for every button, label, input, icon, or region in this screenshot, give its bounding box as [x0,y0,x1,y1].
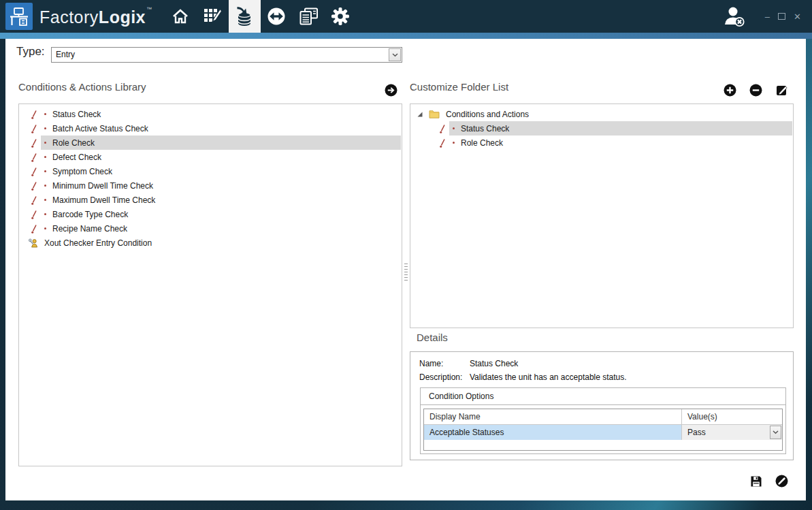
list-item[interactable]: Batch Active Status Check [19,121,402,136]
app-title: FactoryLogix™ [39,6,152,27]
xout-checker-icon [29,238,38,248]
reports-icon [299,7,318,25]
option-value-dropdown[interactable]: Pass [681,425,782,440]
option-name-cell: Acceptable Statuses [424,425,681,440]
cancel-icon [775,475,788,488]
folder-panel-title: Customize Folder List [410,81,508,93]
condition-options-title: Condition Options [421,388,785,405]
bullet-icon [44,227,46,229]
nav-production-edit[interactable] [197,0,229,33]
library-panel-title: Conditions & Actions Library [18,81,146,93]
nav-home[interactable] [165,0,197,33]
close-button[interactable]: ✕ [794,12,801,21]
type-dropdown-button[interactable] [389,48,401,61]
bullet-icon [44,142,46,144]
list-item[interactable]: Recipe Name Check [19,221,402,236]
arrow-right-icon [385,84,397,97]
condition-icon [31,124,37,133]
remove-folder-button[interactable] [749,84,762,97]
condition-icon [31,153,37,162]
library-icon [236,6,253,27]
minimize-button[interactable]: – [765,12,770,21]
chevron-down-icon [392,53,398,57]
bullet-icon [44,113,46,115]
cancel-button[interactable] [775,475,788,490]
condition-options-table: Display Name Value(s) Acceptable Statuse… [423,409,783,451]
list-item[interactable]: Xout Checker Entry Condition [19,236,402,250]
add-folder-button[interactable] [724,84,736,97]
maximize-button[interactable] [778,13,785,20]
transfer-icon [267,7,286,26]
folder-icon [429,110,440,118]
type-dropdown-value: Entry [56,48,75,62]
bullet-icon [453,142,455,144]
title-bar: FactoryLogix™ [0,0,812,33]
tree-root[interactable]: Conditions and Actions [410,107,793,121]
name-label: Name: [419,359,470,368]
user-logout-icon [723,5,746,27]
column-display-name: Display Name [424,409,681,424]
trademark: ™ [146,6,152,12]
condition-icon [31,110,37,119]
list-item[interactable]: Barcode Type Check [19,207,402,221]
condition-icon [31,138,37,148]
list-item[interactable]: Status Check [19,107,402,121]
nav-transfer[interactable] [261,0,293,33]
nav-settings[interactable] [325,0,357,33]
detail-description-row: Description: Validates the unit has an a… [419,372,627,382]
list-item-label: Xout Checker Entry Condition [44,238,152,248]
details-title: Details [417,332,448,343]
condition-icon [439,124,446,133]
production-edit-icon [204,8,222,25]
bullet-icon [44,156,46,158]
expander-icon[interactable] [417,111,423,118]
list-item[interactable]: Symptom Check [19,164,402,178]
settings-icon [331,7,350,26]
panel-splitter[interactable] [404,264,408,283]
main-nav [165,0,357,33]
save-button[interactable] [750,475,762,490]
titlebar-right: – ✕ [723,0,812,33]
nav-reports[interactable] [293,0,325,33]
save-icon [750,475,762,488]
list-item-label: Maximum Dwell Time Check [52,195,155,205]
table-row[interactable]: Acceptable Statuses Pass [424,425,782,440]
list-item[interactable]: Minimum Dwell Time Check [19,178,402,193]
list-item[interactable]: Maximum Dwell Time Check [19,193,402,207]
bullet-icon [44,185,46,187]
library-list: Status Check Batch Active Status Check R… [18,103,402,466]
list-item-selected[interactable]: Role Check [19,136,402,150]
tree-root-label: Conditions and Actions [446,110,529,119]
list-item-label: Batch Active Status Check [52,124,148,133]
move-to-folder-button[interactable] [385,84,397,97]
condition-icon [439,138,446,148]
type-label: Type: [16,45,45,59]
name-value: Status Check [470,359,518,368]
bullet-icon [44,127,46,129]
condition-icon [31,224,37,234]
detail-name-row: Name: Status Check [419,359,518,368]
logout-button[interactable] [723,5,746,27]
list-item-label: Barcode Type Check [52,210,128,219]
bullet-icon [44,170,46,172]
chevron-down-icon [773,430,779,434]
edit-folder-button[interactable] [776,84,789,97]
condition-options-group: Condition Options Display Name Value(s) … [420,387,786,454]
list-item-label: Status Check [52,110,101,119]
condition-icon [31,181,37,191]
nav-library[interactable] [229,0,261,33]
tree-item-selected[interactable]: Status Check [410,121,793,136]
type-dropdown[interactable]: Entry [51,47,402,63]
list-item-label: Symptom Check [52,167,112,176]
option-value-dropdown-button[interactable] [770,426,781,439]
tree-item[interactable]: Role Check [410,136,793,150]
list-item[interactable]: Defect Check [19,150,402,164]
condition-icon [31,167,37,176]
description-label: Description: [419,372,470,382]
bullet-icon [453,127,455,129]
main-content: Type: Entry Conditions & Actions Library… [5,39,806,500]
desk-logo-icon [9,6,29,27]
home-icon [172,8,189,25]
minus-icon [749,84,762,97]
list-item-label: Defect Check [52,153,101,162]
